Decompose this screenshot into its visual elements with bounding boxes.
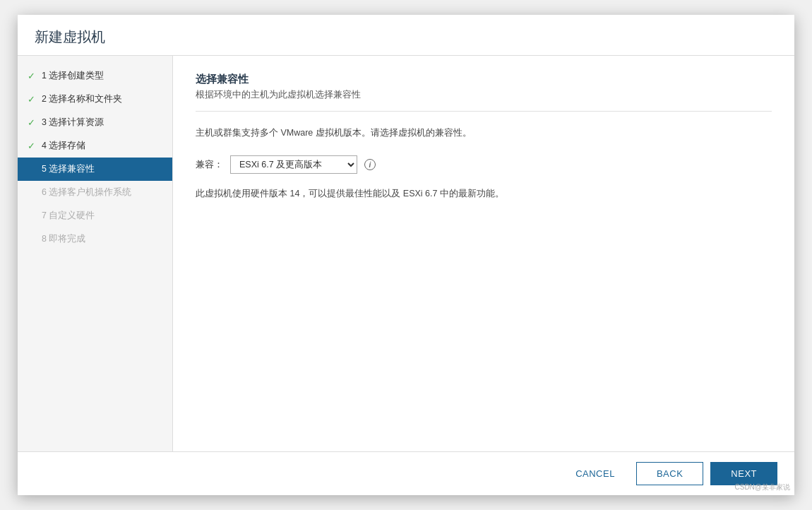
sidebar-item-label-step2: 2 选择名称和文件夹 [42,93,122,105]
sidebar-item-step7: 7 自定义硬件 [18,204,172,227]
sidebar-item-label-step3: 3 选择计算资源 [42,117,104,129]
sidebar-item-label-step4: 4 选择存储 [42,140,85,152]
section-title: 选择兼容性 [196,73,772,86]
sidebar-item-label-step6: 6 选择客户机操作系统 [42,186,131,198]
sidebar-item-step1[interactable]: ✓ 1 选择创建类型 [18,64,172,88]
dialog-body: ✓ 1 选择创建类型 ✓ 2 选择名称和文件夹 ✓ 3 选择计算资源 ✓ 4 选… [18,56,794,451]
sidebar-item-step4[interactable]: ✓ 4 选择存储 [18,134,172,158]
sidebar-item-label-step8: 8 即将完成 [42,233,85,245]
sidebar-item-step6: 6 选择客户机操作系统 [18,181,172,204]
check-icon-step2: ✓ [28,94,37,105]
info-icon[interactable]: i [364,159,376,170]
sidebar-item-step2[interactable]: ✓ 2 选择名称和文件夹 [18,88,172,111]
dialog-footer: CANCEL BACK NEXT [18,451,794,495]
compat-label: 兼容： [196,159,223,171]
sidebar-item-label-step5: 5 选择兼容性 [42,163,95,175]
sidebar-item-label-step7: 7 自定义硬件 [42,210,95,222]
dialog-title: 新建虚拟机 [18,15,794,56]
sidebar-item-step3[interactable]: ✓ 3 选择计算资源 [18,111,172,134]
new-vm-dialog: 新建虚拟机 ✓ 1 选择创建类型 ✓ 2 选择名称和文件夹 ✓ 3 选择计算资源… [18,15,794,495]
description-text: 主机或群集支持多个 VMware 虚拟机版本。请选择虚拟机的兼容性。 [196,126,772,140]
compat-select[interactable]: ESXi 6.7 及更高版本 ESXi 6.5 及更高版本 ESXi 6.0 及… [230,155,357,174]
check-icon-step3: ✓ [28,117,37,128]
check-icon-step4: ✓ [28,141,37,151]
main-content: 选择兼容性 根据环境中的主机为此虚拟机选择兼容性 主机或群集支持多个 VMwar… [173,56,794,451]
watermark: CSDN@某非家说 [735,482,791,492]
check-icon-step1: ✓ [28,71,37,81]
compat-row: 兼容： ESXi 6.7 及更高版本 ESXi 6.5 及更高版本 ESXi 6… [196,155,772,174]
section-subtitle: 根据环境中的主机为此虚拟机选择兼容性 [196,89,772,112]
sidebar-item-step8: 8 即将完成 [18,227,172,251]
sidebar-item-step5[interactable]: 5 选择兼容性 [18,158,172,181]
sidebar: ✓ 1 选择创建类型 ✓ 2 选择名称和文件夹 ✓ 3 选择计算资源 ✓ 4 选… [18,56,173,451]
cancel-button[interactable]: CANCEL [561,463,629,485]
sidebar-item-label-step1: 1 选择创建类型 [42,70,104,82]
back-button[interactable]: BACK [636,462,703,485]
compat-note: 此虚拟机使用硬件版本 14，可以提供最佳性能以及 ESXi 6.7 中的最新功能… [196,186,772,201]
